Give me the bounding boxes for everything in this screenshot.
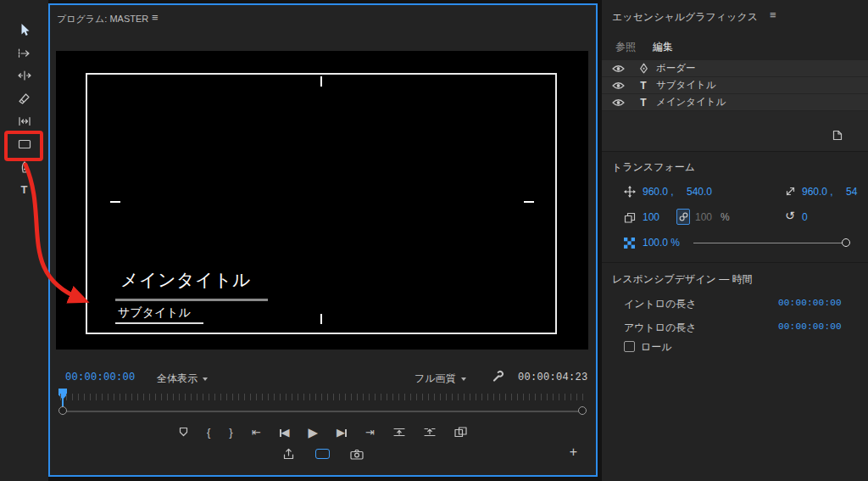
duration-timecode: 00:00:04:23: [518, 372, 588, 383]
layer-list: ボーダー T サブタイトル T メインタイトル: [602, 60, 868, 151]
add-marker-button[interactable]: [179, 427, 188, 437]
layer-row-main-title[interactable]: T メインタイトル: [602, 94, 868, 111]
type-tool-button[interactable]: T: [0, 178, 48, 200]
go-to-in-button[interactable]: ⇤: [252, 427, 261, 438]
layer-row-subtitle[interactable]: T サブタイトル: [602, 77, 868, 94]
zoom-level-value: 全体表示: [157, 372, 198, 386]
panel-menu-icon[interactable]: ≡: [770, 9, 776, 20]
export-frame-button[interactable]: [350, 449, 364, 460]
tab-browse[interactable]: 参照: [615, 40, 636, 54]
time-ruler[interactable]: [60, 394, 584, 400]
scroll-track[interactable]: [60, 411, 586, 412]
wrench-icon: [492, 370, 504, 383]
eye-toggle[interactable]: [612, 98, 625, 107]
camera-icon: [350, 449, 364, 460]
canvas-main-title-text[interactable]: メインタイトル: [120, 268, 251, 292]
chevron-down-icon: [203, 378, 208, 381]
pen-tool-button[interactable]: [0, 156, 48, 178]
zoom-level-dropdown[interactable]: 全体表示: [157, 372, 208, 386]
text-layer-icon: T: [637, 97, 650, 109]
razor-tool-button[interactable]: [0, 87, 48, 109]
layer-row-border[interactable]: ボーダー: [602, 60, 868, 77]
play-button[interactable]: ▶: [309, 426, 319, 439]
anchor-control-icon-wrap: [785, 186, 796, 197]
program-canvas[interactable]: メインタイトル サブタイトル: [56, 51, 588, 350]
marker-icon: [179, 427, 188, 437]
essential-graphics-title: エッセンシャルグラフィックス: [612, 10, 758, 25]
essential-graphics-panel: エッセンシャルグラフィックス ≡ 参照 編集 ボーダー: [602, 0, 868, 481]
selection-handle-bottom[interactable]: [320, 314, 322, 324]
rectangle-tool-button[interactable]: [0, 133, 48, 155]
ripple-edit-tool-button[interactable]: [0, 64, 48, 87]
scale-value[interactable]: 100: [643, 211, 659, 223]
add-button[interactable]: +: [570, 445, 577, 459]
opacity-value[interactable]: 100.0 %: [643, 237, 680, 249]
link-scale-toggle[interactable]: [676, 209, 690, 225]
panel-menu-icon[interactable]: ≡: [152, 12, 159, 23]
eye-icon: [612, 64, 625, 73]
mark-out-button[interactable]: }: [229, 427, 232, 438]
track-select-forward-tool-button[interactable]: [0, 42, 48, 64]
selection-tool-icon: [19, 23, 31, 36]
slip-tool-button[interactable]: [0, 110, 48, 132]
main-title-underline: [115, 299, 268, 301]
rectangle-tool-icon: [18, 139, 31, 149]
new-item-icon: [832, 130, 843, 141]
go-to-out-button[interactable]: ⇥: [365, 427, 375, 438]
anchor-x-value[interactable]: 960.0 ,: [802, 186, 833, 198]
compare-view-icon: [454, 427, 467, 438]
new-layer-button[interactable]: [832, 130, 843, 141]
position-y-value[interactable]: 540.0: [687, 186, 712, 198]
position-control-icon-wrap: [624, 186, 636, 198]
scale-icon: [624, 212, 636, 223]
step-back-icon: ◀: [281, 426, 290, 439]
selection-handle-top[interactable]: [320, 76, 322, 87]
program-monitor-panel: プログラム: MASTER ≡ メインタイトル サブタイトル 00:00:00:…: [48, 3, 598, 477]
opacity-slider-handle[interactable]: [842, 238, 850, 247]
step-forward-button[interactable]: ▶: [337, 427, 347, 438]
settings-toggle-button[interactable]: [315, 449, 330, 459]
layer-label: ボーダー: [656, 62, 696, 75]
intro-length-label: イントロの長さ: [624, 297, 697, 311]
track-select-forward-icon: [17, 48, 31, 59]
anchor-point-icon: [785, 186, 796, 197]
intro-length-value[interactable]: 00:00:00:00: [778, 298, 842, 308]
razor-icon: [18, 92, 31, 104]
rotation-value[interactable]: 0: [802, 211, 808, 223]
position-icon: [624, 186, 636, 198]
roll-checkbox[interactable]: [624, 341, 635, 352]
eye-toggle[interactable]: [612, 81, 625, 90]
settings-toggle-icon: [315, 449, 330, 459]
selection-handle-left[interactable]: [110, 201, 120, 203]
extract-button[interactable]: [424, 427, 436, 438]
eye-toggle[interactable]: [612, 64, 625, 73]
outro-length-label: アウトロの長さ: [624, 321, 697, 335]
outro-length-value[interactable]: 00:00:00:00: [778, 322, 842, 332]
border-graphic[interactable]: [86, 73, 557, 334]
tab-edit[interactable]: 編集: [653, 40, 673, 54]
selection-tool-button[interactable]: [0, 19, 48, 41]
ripple-edit-icon: [18, 70, 31, 81]
share-export-icon: [282, 448, 295, 460]
scroll-handle-left[interactable]: [58, 406, 67, 415]
position-x-value[interactable]: 960.0 ,: [643, 186, 674, 198]
comparison-view-button[interactable]: [454, 427, 467, 438]
lift-button[interactable]: [393, 427, 405, 438]
opacity-slider-track[interactable]: [693, 243, 849, 243]
step-forward-bar: [345, 429, 347, 437]
percent-sign: %: [721, 211, 730, 223]
playback-quality-dropdown[interactable]: フル画質: [415, 372, 466, 386]
extract-icon: [424, 427, 436, 438]
current-timecode[interactable]: 00:00:00:00: [65, 372, 136, 383]
selection-handle-right[interactable]: [524, 201, 534, 203]
export-button[interactable]: [282, 448, 295, 460]
settings-wrench-button[interactable]: [492, 370, 504, 383]
step-back-button[interactable]: ◀: [280, 427, 290, 438]
canvas-subtitle-text[interactable]: サブタイトル: [118, 305, 191, 321]
tools-panel: T: [0, 0, 48, 481]
anchor-y-value[interactable]: 54: [846, 186, 857, 198]
chevron-down-icon: [461, 378, 466, 381]
mark-in-button[interactable]: {: [207, 427, 210, 438]
subtitle-underline: [115, 322, 203, 324]
scroll-handle-right[interactable]: [578, 406, 587, 415]
